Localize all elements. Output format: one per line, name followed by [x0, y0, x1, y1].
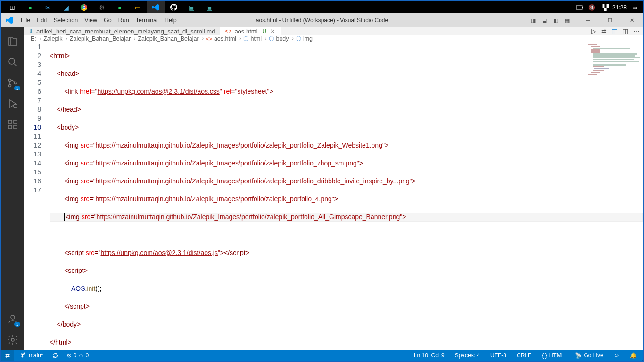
menu-run[interactable]: Run [115, 13, 132, 27]
svg-rect-14 [14, 120, 17, 123]
svg-point-15 [11, 315, 15, 319]
github-icon[interactable] [165, 1, 182, 13]
more-actions-icon[interactable]: ⋯ [633, 27, 640, 35]
breadcrumb[interactable]: E:› Zalepik› Zalepik_Bahan_Belajar› Zale… [24, 35, 643, 42]
symbol-icon: ⬡ [243, 35, 248, 42]
cursor-position[interactable]: Ln 10, Col 9 [412, 352, 446, 359]
scm-activity-icon[interactable]: 1 [1, 73, 24, 93]
symbol-icon: ⬡ [269, 35, 274, 42]
markdown-file-icon: ⬇ [29, 28, 33, 34]
account-badge: 1 [14, 322, 20, 327]
clock[interactable]: 21:28 [612, 4, 627, 11]
compare-icon[interactable]: ⇄ [601, 27, 607, 35]
svg-rect-5 [582, 7, 583, 8]
html-file-icon: <> [225, 28, 231, 34]
layout-panel-icon[interactable]: ⬓ [540, 16, 549, 25]
layout-customize-icon[interactable]: ▦ [562, 16, 572, 25]
split-editor-icon[interactable]: ◫ [622, 27, 628, 35]
svg-rect-13 [14, 125, 17, 129]
minimap[interactable] [586, 42, 643, 183]
menu-view[interactable]: View [81, 13, 100, 27]
chrome-icon[interactable] [75, 1, 93, 13]
go-live[interactable]: 📡 Go Live [573, 352, 605, 359]
start-icon[interactable]: ⊞ [3, 1, 21, 13]
menu-help[interactable]: Help [161, 13, 180, 27]
problems[interactable]: ⊗0 ⚠0 [65, 350, 91, 361]
minimize-button[interactable]: ─ [578, 13, 599, 27]
app-icon[interactable]: ◢ [57, 1, 75, 13]
close-button[interactable]: ✕ [621, 13, 643, 27]
vscode-titlebar: File Edit Selection View Go Run Terminal… [1, 13, 643, 27]
code-content[interactable]: <html> <head> <link href="https://unpkg.… [50, 42, 643, 350]
menu-terminal[interactable]: Terminal [132, 13, 161, 27]
run-activity-icon[interactable] [1, 93, 24, 114]
svg-point-16 [11, 338, 14, 341]
layout-sidebar-left-icon[interactable]: ◨ [528, 16, 538, 25]
whatsapp-icon[interactable]: ● [21, 1, 39, 13]
svg-point-3 [83, 6, 85, 8]
app3-icon[interactable]: ▣ [200, 1, 218, 13]
settings-activity-icon[interactable] [1, 329, 24, 350]
symbol-icon: ⬡ [296, 35, 301, 42]
indentation[interactable]: Spaces: 4 [453, 352, 482, 359]
run-file-icon[interactable]: ▷ [591, 27, 596, 35]
window-title: aos.html - Untitled (Workspace) - Visual… [256, 17, 388, 24]
tab-aos-html[interactable]: <> aos.html U ✕ [220, 27, 281, 35]
svg-point-10 [13, 104, 17, 108]
accounts-activity-icon[interactable]: 1 [1, 309, 24, 329]
app2-icon[interactable]: ▣ [182, 1, 200, 13]
windows-taskbar: ⊞ ● ✉ ◢ ⚙ ● ▭ ▣ ▣ 🔇 ▝▞ 21:28 ▭ [1, 1, 643, 13]
maximize-button[interactable]: ☐ [599, 13, 621, 27]
activity-bar: 1 1 [1, 27, 24, 350]
svg-point-7 [9, 79, 11, 82]
editor-area: ⬇ artikel_heri_cara_membuat_elemen_melay… [24, 27, 643, 350]
line-gutter: 1 2 3 4 5 6 7 8 9 10 11 12 13 14 15 16 1 [24, 42, 50, 350]
vscode-logo-icon [1, 16, 17, 24]
explorer-activity-icon[interactable] [1, 31, 24, 52]
toolbar-icon[interactable]: ▥ [611, 27, 618, 35]
tab-label: artikel_heri_cara_membuat_elemen_melayan… [36, 28, 215, 35]
tab-label: aos.html [234, 28, 257, 35]
search-activity-icon[interactable] [1, 52, 24, 73]
mail-icon[interactable]: ✉ [39, 1, 57, 13]
volume-icon[interactable]: 🔇 [588, 4, 596, 11]
svg-point-6 [9, 58, 15, 64]
menu-selection[interactable]: Selection [50, 13, 81, 27]
feedback-icon[interactable]: ☺ [612, 352, 621, 359]
encoding[interactable]: UTF-8 [488, 352, 508, 359]
svg-point-8 [9, 85, 11, 87]
scm-badge: 1 [14, 86, 20, 90]
notifications-icon[interactable]: 🔔 [628, 352, 639, 359]
editor-tabs: ⬇ artikel_heri_cara_membuat_elemen_melay… [24, 27, 643, 35]
close-tab-icon[interactable]: ✕ [269, 28, 276, 35]
eol[interactable]: CRLF [515, 352, 533, 359]
vscode-task-icon[interactable] [147, 1, 165, 13]
git-branch[interactable]: main* [18, 350, 45, 361]
sync-button[interactable] [50, 350, 60, 361]
code-editor[interactable]: 1 2 3 4 5 6 7 8 9 10 11 12 13 14 15 16 1 [24, 42, 643, 350]
svg-rect-12 [8, 125, 12, 129]
explorer-icon[interactable]: ▭ [129, 1, 147, 13]
remote-indicator[interactable]: ⇄ [1, 350, 14, 361]
status-bar: ⇄ main* ⊗0 ⚠0 Ln 10, Col 9 Spaces: 4 UTF… [1, 350, 643, 361]
layout-sidebar-right-icon[interactable]: ◧ [551, 16, 561, 25]
svg-rect-4 [576, 6, 582, 9]
html-file-icon: <> [206, 36, 212, 41]
svg-rect-11 [8, 120, 12, 123]
tab-git-status: U [263, 28, 267, 34]
network-icon[interactable]: ▝▞ [600, 4, 609, 11]
language-mode[interactable]: { } HTML [540, 352, 566, 359]
battery-icon[interactable] [576, 5, 584, 10]
tab-markdown[interactable]: ⬇ artikel_heri_cara_membuat_elemen_melay… [24, 27, 220, 35]
settings-icon[interactable]: ⚙ [93, 1, 111, 13]
notif-icon[interactable]: ▭ [630, 4, 639, 11]
svg-point-9 [15, 82, 17, 84]
menu-file[interactable]: File [17, 13, 33, 27]
menu-edit[interactable]: Edit [33, 13, 50, 27]
menu-go[interactable]: Go [100, 13, 115, 27]
extensions-activity-icon[interactable] [1, 114, 24, 135]
whatsapp2-icon[interactable]: ● [111, 1, 129, 13]
